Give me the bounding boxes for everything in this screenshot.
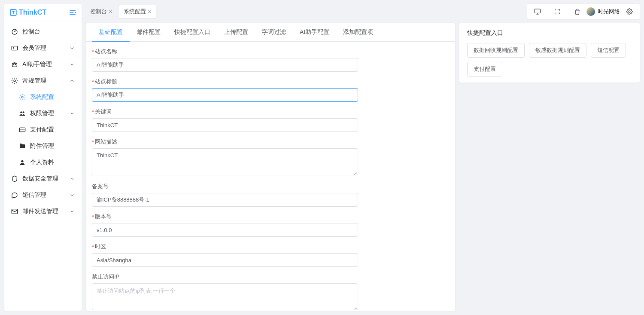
svg-point-8 [14,80,15,82]
gear-icon [19,94,26,101]
topbar: 控制台✕系统配置✕ 时光网络 [86,4,640,19]
svg-rect-3 [12,46,17,50]
chevron-down-icon [70,62,75,67]
version-input[interactable] [92,223,358,237]
user-menu[interactable]: 时光网络 [584,7,623,16]
field-label: * 关键词 [92,108,358,116]
desktop-icon[interactable] [531,6,544,18]
settings-icon[interactable] [623,6,636,18]
card-icon [19,126,26,133]
sidebar-subitem-label: 支付配置 [30,126,54,134]
sidebar-item-label: AI助手管理 [22,61,52,68]
id-card-icon [11,45,18,52]
quick-entrance-button[interactable]: 数据回收规则配置 [467,43,525,58]
sidebar-subitem-label: 个人资料 [30,159,54,166]
field-site_title: * 站点标题 [92,78,358,102]
config-tab[interactable]: 上传配置 [217,23,255,41]
sidebar-subitem[interactable]: 附件管理 [4,138,82,154]
sidebar-item[interactable]: 短信管理 [4,187,82,203]
brand-text: ThinkCT [19,9,46,16]
field-label: 禁止访问IP [92,273,358,281]
tab-label: 控制台 [90,8,107,15]
sidebar-subitem[interactable]: 支付配置 [4,122,82,138]
close-icon[interactable]: ✕ [109,9,112,15]
quick-entrance-title: 快捷配置入口 [467,29,632,37]
user-icon [19,159,26,166]
chevron-down-icon [70,111,75,116]
sidebar-item[interactable]: 邮件发送管理 [4,203,82,220]
beian-input[interactable] [92,193,358,207]
field-label: * 网站描述 [92,138,358,146]
shield-icon [11,175,18,182]
sidebar-item[interactable]: 会员管理 [4,40,82,56]
top-tab[interactable]: 系统配置✕ [119,5,156,18]
sidebar-subitem-label: 附件管理 [30,142,54,150]
sidebar-collapse-button[interactable] [69,9,76,16]
svg-rect-12 [19,128,25,132]
sidebar-menu: 控制台会员管理AI助手管理常规管理系统配置权限管理支付配置附件管理个人资料数据安… [4,21,82,311]
quick-entrance-button[interactable]: 短信配置 [591,43,626,58]
sidebar-subitem[interactable]: 个人资料 [4,154,82,171]
svg-point-4 [13,47,14,49]
brand-logo[interactable]: ThinkCT [9,9,46,16]
config-tab[interactable]: AI助手配置 [293,23,336,41]
svg-point-11 [23,111,24,113]
trash-icon[interactable] [570,6,584,18]
svg-point-10 [20,111,22,113]
keywords-input[interactable] [92,118,358,132]
chevron-up-icon [70,78,75,83]
deny_ip-textarea[interactable] [92,283,358,310]
config-tabs: 基础配置邮件配置快捷配置入口上传配置字词过滤AI助手配置添加配置项 [86,23,455,42]
sidebar-subitem-label: 系统配置 [30,93,54,101]
top-tab[interactable]: 控制台✕ [86,5,117,18]
svg-point-9 [21,96,23,98]
quick-entrance-button[interactable]: 敏感数据规则配置 [529,43,586,58]
config-tab[interactable]: 添加配置项 [336,23,380,41]
top-tools: 时光网络 [527,4,640,19]
fullscreen-icon[interactable] [550,6,564,18]
close-icon[interactable]: ✕ [148,9,152,15]
required-marker: * [92,139,94,145]
sidebar-item[interactable]: 常规管理 [4,73,82,89]
chevron-down-icon [70,176,75,181]
brand-icon [9,9,17,16]
svg-rect-5 [12,63,17,67]
field-keywords: * 关键词 [92,108,358,132]
sidebar-item-label: 控制台 [22,28,40,36]
timezone-input[interactable] [92,253,358,267]
svg-point-13 [21,160,23,162]
avatar [586,7,595,16]
mail-icon [11,208,18,215]
sidebar-item-label: 邮件发送管理 [22,208,58,215]
sidebar-subitem-label: 权限管理 [30,110,54,117]
sidebar-item-label: 数据安全管理 [22,175,58,183]
field-label: 备案号 [92,183,358,190]
sidebar-item[interactable]: AI助手管理 [4,56,82,73]
site_title-input[interactable] [92,88,358,102]
field-label: * 版本号 [92,213,358,220]
svg-point-2 [14,31,15,32]
config-tab[interactable]: 字词过滤 [255,23,293,41]
svg-rect-15 [535,9,540,13]
sidebar-subitem[interactable]: 系统配置 [4,89,82,105]
description-textarea[interactable] [92,148,358,175]
svg-point-6 [13,64,14,65]
sidebar-item[interactable]: 数据安全管理 [4,171,82,187]
bot-icon [11,61,18,68]
sidebar-item[interactable]: 控制台 [4,24,82,40]
config-form: * 站点名称* 站点标题* 关键词* 网站描述 备案号* 版本号* 时区 禁止访… [86,42,455,311]
site_name-input[interactable] [92,58,358,72]
config-tab[interactable]: 基础配置 [92,23,130,41]
config-tab[interactable]: 邮件配置 [130,23,167,41]
dashboard-icon [11,28,18,35]
field-version: * 版本号 [92,213,358,237]
config-tab[interactable]: 快捷配置入口 [167,23,217,41]
sidebar-subitem[interactable]: 权限管理 [4,105,82,122]
field-label: * 站点名称 [92,48,358,55]
quick-entrance-button[interactable]: 支付配置 [467,62,502,76]
field-description: * 网站描述 [92,138,358,177]
message-icon [11,192,18,199]
top-tabs: 控制台✕系统配置✕ [86,5,156,18]
svg-point-16 [629,11,630,12]
users-icon [19,110,26,117]
